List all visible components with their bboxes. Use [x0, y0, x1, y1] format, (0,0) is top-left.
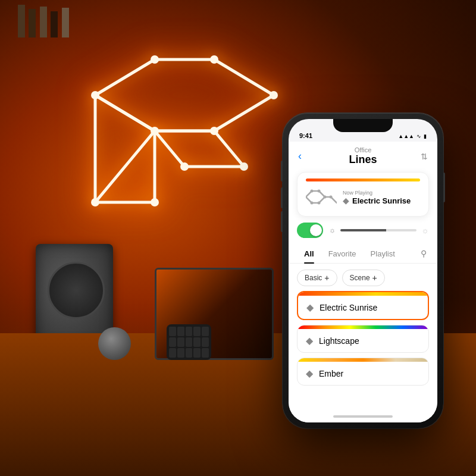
svg-point-23	[91, 198, 99, 206]
tab-all[interactable]: All	[297, 245, 321, 263]
svg-line-10	[95, 95, 155, 131]
svg-point-16	[210, 55, 218, 64]
now-playing-label: Now Playing	[343, 190, 420, 196]
status-icons: ▲▲▲ ∿ ▮	[398, 133, 427, 139]
svg-line-7	[214, 131, 244, 167]
svg-line-2	[214, 95, 274, 131]
svg-point-35	[324, 196, 327, 199]
tabs-row: All Favorite Playlist ⚲	[289, 244, 437, 264]
tab-favorite[interactable]: Favorite	[321, 245, 364, 263]
svg-point-38	[318, 202, 321, 205]
scene-body-lightscape: ◆ Lightscape	[298, 329, 428, 352]
scene-item-electric-sunrise[interactable]: ◆ Electric Sunrise	[297, 291, 429, 320]
svg-point-24	[151, 198, 159, 206]
header-title-area: Office Lines	[315, 146, 411, 166]
scene-name-ember: Ember	[319, 369, 343, 378]
battery-icon: ▮	[424, 133, 427, 139]
wifi-icon: ∿	[416, 133, 421, 139]
svg-point-15	[151, 55, 159, 64]
brightness-slider[interactable]	[340, 229, 416, 231]
svg-point-36	[330, 196, 333, 199]
svg-point-22	[180, 162, 189, 171]
svg-point-17	[270, 91, 278, 99]
now-playing-name: Electric Sunrise	[352, 196, 411, 205]
scene-body-electric: ◆ Electric Sunrise	[298, 296, 428, 319]
brightness-high-icon: ☼	[421, 226, 429, 235]
notch	[333, 119, 393, 132]
svg-line-11	[95, 131, 155, 202]
phone-screen: 9:41 ▲▲▲ ∿ ▮ ‹ Office Lines ⇅	[289, 119, 437, 422]
power-toggle[interactable]	[297, 223, 323, 238]
svg-line-5	[95, 60, 155, 95]
filter-scene[interactable]: Scene +	[342, 270, 385, 286]
app-content: ‹ Office Lines ⇅	[289, 142, 437, 422]
shelf-books	[18, 5, 89, 40]
now-playing-card[interactable]: Now Playing ◆ Electric Sunrise	[297, 172, 429, 217]
search-button[interactable]: ⚲	[418, 244, 429, 263]
brightness-low-icon: ☼	[329, 226, 336, 234]
tab-playlist[interactable]: Playlist	[364, 245, 402, 263]
back-button[interactable]: ‹	[298, 150, 315, 162]
filter-scene-plus: +	[372, 273, 377, 283]
app-header: ‹ Office Lines ⇅	[289, 142, 437, 172]
stream-deck	[167, 324, 211, 360]
now-playing-info: Now Playing ◆ Electric Sunrise	[343, 190, 420, 205]
light-art	[60, 36, 286, 238]
scene-icon-lightscape: ◆	[306, 335, 313, 346]
home-bar	[333, 415, 393, 418]
status-time: 9:41	[299, 132, 312, 139]
scene-item-lightscape[interactable]: ◆ Lightscape	[297, 325, 429, 353]
scene-name-electric: Electric Sunrise	[320, 303, 377, 312]
phone-shell: 9:41 ▲▲▲ ∿ ▮ ‹ Office Lines ⇅	[283, 113, 443, 428]
svg-line-1	[214, 60, 274, 95]
filter-basic-plus: +	[324, 273, 329, 283]
speaker	[36, 244, 113, 345]
svg-point-34	[318, 190, 321, 193]
scene-body-ember: ◆ Ember	[298, 362, 428, 385]
brightness-section: ☼ ☼	[329, 226, 429, 235]
svg-point-19	[151, 127, 159, 135]
svg-point-18	[210, 127, 218, 135]
card-body: Now Playing ◆ Electric Sunrise	[306, 186, 420, 209]
filter-row: Basic + Scene +	[289, 264, 437, 291]
svg-point-20	[91, 91, 99, 99]
device-icon	[306, 186, 337, 209]
home-indicator	[289, 411, 437, 422]
settings-icon[interactable]: ⇅	[411, 152, 428, 161]
phone: 9:41 ▲▲▲ ∿ ▮ ‹ Office Lines ⇅	[283, 113, 443, 428]
header-location: Office	[315, 146, 411, 154]
svg-point-21	[240, 162, 248, 171]
small-sphere-device	[98, 327, 131, 360]
scenes-list: ◆ Electric Sunrise ◆ Lightscape	[289, 291, 437, 411]
header-page-title: Lines	[315, 154, 411, 166]
scene-icon-electric: ◆	[306, 302, 314, 313]
controls-row: ☼ ☼	[289, 223, 437, 244]
svg-point-37	[311, 202, 314, 205]
scene-item-ember[interactable]: ◆ Ember	[297, 358, 429, 386]
filter-basic[interactable]: Basic +	[297, 270, 337, 286]
signal-icon: ▲▲▲	[398, 133, 414, 139]
svg-line-9	[155, 131, 184, 167]
now-playing-gradient-bar	[306, 178, 420, 181]
scene-name-lightscape: Lightscape	[319, 336, 359, 346]
toggle-knob	[310, 224, 322, 236]
svg-point-33	[311, 190, 314, 193]
scene-icon-ember: ◆	[306, 368, 313, 379]
